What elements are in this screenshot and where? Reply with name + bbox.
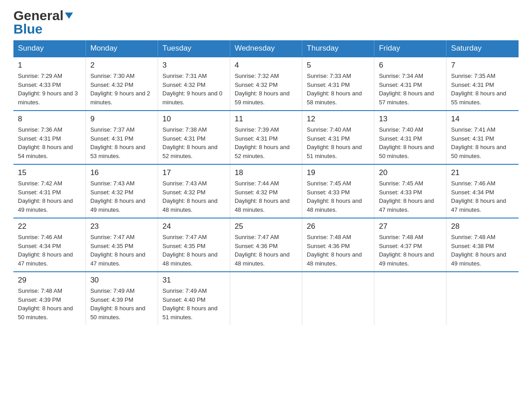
calendar-table: SundayMondayTuesdayWednesdayThursdayFrid… (13, 40, 519, 325)
calendar-cell: 30 Sunrise: 7:49 AMSunset: 4:39 PMDaylig… (86, 272, 158, 325)
day-info: Sunrise: 7:32 AMSunset: 4:32 PMDaylight:… (235, 73, 290, 106)
day-info: Sunrise: 7:31 AMSunset: 4:32 PMDaylight:… (163, 73, 223, 106)
day-info: Sunrise: 7:41 AMSunset: 4:31 PMDaylight:… (451, 126, 506, 159)
day-info: Sunrise: 7:30 AMSunset: 4:32 PMDaylight:… (90, 73, 150, 106)
day-info: Sunrise: 7:46 AMSunset: 4:34 PMDaylight:… (18, 234, 73, 267)
calendar-cell: 10 Sunrise: 7:38 AMSunset: 4:31 PMDaylig… (158, 111, 230, 164)
calendar-cell: 9 Sunrise: 7:37 AMSunset: 4:31 PMDayligh… (86, 111, 158, 164)
calendar-cell: 14 Sunrise: 7:41 AMSunset: 4:31 PMDaylig… (446, 111, 519, 164)
day-info: Sunrise: 7:46 AMSunset: 4:34 PMDaylight:… (451, 180, 506, 213)
day-number: 25 (235, 222, 297, 231)
calendar-header-wednesday: Wednesday (230, 40, 302, 57)
calendar-cell: 18 Sunrise: 7:44 AMSunset: 4:32 PMDaylig… (230, 164, 302, 218)
day-number: 9 (90, 115, 153, 124)
day-number: 24 (163, 222, 225, 231)
calendar-cell: 17 Sunrise: 7:43 AMSunset: 4:32 PMDaylig… (158, 164, 230, 218)
calendar-cell: 25 Sunrise: 7:47 AMSunset: 4:36 PMDaylig… (230, 218, 302, 272)
day-number: 27 (379, 222, 442, 231)
calendar-cell: 12 Sunrise: 7:40 AMSunset: 4:31 PMDaylig… (302, 111, 374, 164)
calendar-cell: 13 Sunrise: 7:40 AMSunset: 4:31 PMDaylig… (374, 111, 446, 164)
day-number: 18 (235, 168, 297, 177)
day-number: 12 (307, 115, 369, 124)
calendar-cell: 2 Sunrise: 7:30 AMSunset: 4:32 PMDayligh… (86, 57, 158, 111)
day-info: Sunrise: 7:48 AMSunset: 4:39 PMDaylight:… (18, 287, 73, 321)
calendar-cell: 29 Sunrise: 7:48 AMSunset: 4:39 PMDaylig… (13, 272, 86, 325)
calendar-cell: 20 Sunrise: 7:45 AMSunset: 4:33 PMDaylig… (374, 164, 446, 218)
calendar-cell: 21 Sunrise: 7:46 AMSunset: 4:34 PMDaylig… (446, 164, 519, 218)
day-number: 3 (163, 61, 225, 70)
week-row-3: 15 Sunrise: 7:42 AMSunset: 4:31 PMDaylig… (13, 164, 519, 218)
day-info: Sunrise: 7:43 AMSunset: 4:32 PMDaylight:… (90, 180, 146, 213)
day-info: Sunrise: 7:40 AMSunset: 4:31 PMDaylight:… (379, 126, 434, 159)
day-info: Sunrise: 7:48 AMSunset: 4:37 PMDaylight:… (379, 234, 434, 267)
calendar-cell (302, 272, 374, 325)
calendar-cell: 1 Sunrise: 7:29 AMSunset: 4:33 PMDayligh… (13, 57, 86, 111)
week-row-2: 8 Sunrise: 7:36 AMSunset: 4:31 PMDayligh… (13, 111, 519, 164)
day-number: 13 (379, 115, 442, 124)
calendar-cell: 19 Sunrise: 7:45 AMSunset: 4:33 PMDaylig… (302, 164, 374, 218)
week-row-5: 29 Sunrise: 7:48 AMSunset: 4:39 PMDaylig… (13, 272, 519, 325)
calendar-cell: 6 Sunrise: 7:34 AMSunset: 4:31 PMDayligh… (374, 57, 446, 111)
week-row-1: 1 Sunrise: 7:29 AMSunset: 4:33 PMDayligh… (13, 57, 519, 111)
day-info: Sunrise: 7:49 AMSunset: 4:39 PMDaylight:… (90, 287, 146, 321)
day-number: 2 (90, 61, 153, 70)
calendar-cell: 26 Sunrise: 7:48 AMSunset: 4:36 PMDaylig… (302, 218, 374, 272)
calendar-cell: 27 Sunrise: 7:48 AMSunset: 4:37 PMDaylig… (374, 218, 446, 272)
calendar-cell: 16 Sunrise: 7:43 AMSunset: 4:32 PMDaylig… (86, 164, 158, 218)
calendar-header-tuesday: Tuesday (158, 40, 230, 57)
day-number: 11 (235, 115, 297, 124)
day-number: 4 (235, 61, 297, 70)
calendar-cell: 22 Sunrise: 7:46 AMSunset: 4:34 PMDaylig… (13, 218, 86, 272)
day-number: 15 (18, 168, 81, 177)
calendar-header-thursday: Thursday (302, 40, 374, 57)
day-info: Sunrise: 7:37 AMSunset: 4:31 PMDaylight:… (90, 126, 146, 159)
calendar-cell: 11 Sunrise: 7:39 AMSunset: 4:31 PMDaylig… (230, 111, 302, 164)
calendar-header-friday: Friday (374, 40, 446, 57)
day-number: 31 (163, 276, 225, 285)
logo-triangle-icon (65, 13, 73, 19)
day-number: 21 (451, 168, 514, 177)
day-number: 6 (379, 61, 442, 70)
day-number: 26 (307, 222, 369, 231)
day-number: 19 (307, 168, 369, 177)
day-info: Sunrise: 7:47 AMSunset: 4:35 PMDaylight:… (163, 234, 218, 267)
calendar-header-sunday: Sunday (13, 40, 86, 57)
calendar-cell: 8 Sunrise: 7:36 AMSunset: 4:31 PMDayligh… (13, 111, 86, 164)
day-info: Sunrise: 7:42 AMSunset: 4:31 PMDaylight:… (18, 180, 73, 213)
day-info: Sunrise: 7:38 AMSunset: 4:31 PMDaylight:… (163, 126, 218, 159)
day-number: 8 (18, 115, 81, 124)
calendar-cell: 15 Sunrise: 7:42 AMSunset: 4:31 PMDaylig… (13, 164, 86, 218)
day-number: 10 (163, 115, 225, 124)
calendar-header-saturday: Saturday (446, 40, 519, 57)
day-info: Sunrise: 7:35 AMSunset: 4:31 PMDaylight:… (451, 73, 506, 106)
calendar-cell (446, 272, 519, 325)
day-info: Sunrise: 7:44 AMSunset: 4:32 PMDaylight:… (235, 180, 290, 213)
calendar-cell (230, 272, 302, 325)
day-number: 28 (451, 222, 514, 231)
day-number: 16 (90, 168, 153, 177)
day-number: 17 (163, 168, 225, 177)
calendar-cell: 24 Sunrise: 7:47 AMSunset: 4:35 PMDaylig… (158, 218, 230, 272)
day-number: 14 (451, 115, 514, 124)
calendar-cell: 23 Sunrise: 7:47 AMSunset: 4:35 PMDaylig… (86, 218, 158, 272)
calendar-cell (374, 272, 446, 325)
day-info: Sunrise: 7:33 AMSunset: 4:31 PMDaylight:… (307, 73, 362, 106)
day-number: 7 (451, 61, 514, 70)
logo-blue-text: Blue (13, 22, 43, 36)
day-info: Sunrise: 7:47 AMSunset: 4:36 PMDaylight:… (235, 234, 290, 267)
day-number: 23 (90, 222, 153, 231)
page-header: General Blue (13, 9, 519, 36)
day-info: Sunrise: 7:49 AMSunset: 4:40 PMDaylight:… (163, 287, 218, 321)
calendar-header-row: SundayMondayTuesdayWednesdayThursdayFrid… (13, 40, 519, 57)
calendar-cell: 3 Sunrise: 7:31 AMSunset: 4:32 PMDayligh… (158, 57, 230, 111)
logo: General Blue (13, 9, 73, 36)
day-info: Sunrise: 7:45 AMSunset: 4:33 PMDaylight:… (307, 180, 362, 213)
day-number: 29 (18, 276, 81, 285)
day-number: 30 (90, 276, 153, 285)
calendar-cell: 7 Sunrise: 7:35 AMSunset: 4:31 PMDayligh… (446, 57, 519, 111)
day-info: Sunrise: 7:39 AMSunset: 4:31 PMDaylight:… (235, 126, 290, 159)
day-info: Sunrise: 7:36 AMSunset: 4:31 PMDaylight:… (18, 126, 73, 159)
logo-general-text: General (13, 9, 64, 22)
day-number: 1 (18, 61, 81, 70)
day-info: Sunrise: 7:29 AMSunset: 4:33 PMDaylight:… (18, 73, 78, 106)
